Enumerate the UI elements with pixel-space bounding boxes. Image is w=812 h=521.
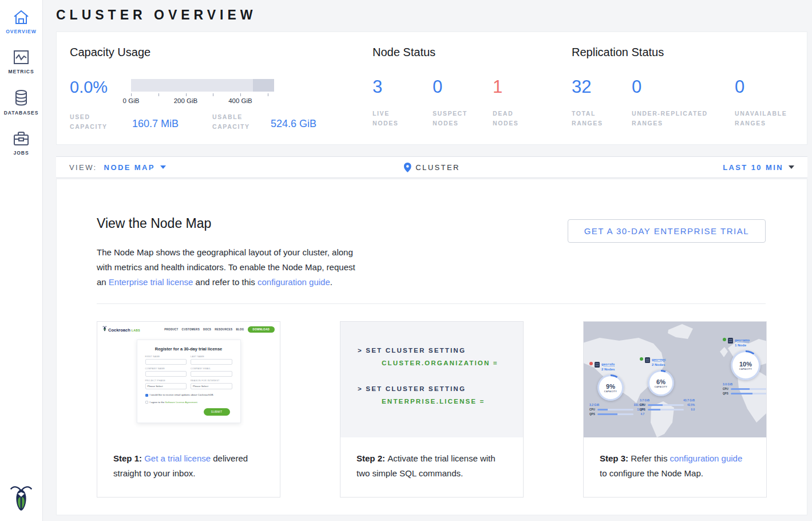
cockroachdb-logo[interactable] bbox=[10, 484, 33, 514]
get-trial-license-link[interactable]: Get a trial license bbox=[144, 453, 211, 463]
locality-node-count: 2 Nodes bbox=[652, 362, 666, 368]
node-icon bbox=[728, 338, 733, 344]
status-dot-warning-icon bbox=[589, 362, 593, 365]
live-nodes-count: 3 bbox=[373, 77, 433, 97]
chevron-down-icon bbox=[160, 165, 166, 169]
jobs-icon bbox=[13, 131, 30, 147]
chevron-down-icon bbox=[789, 165, 794, 169]
home-icon bbox=[13, 9, 30, 25]
mini-nav-item: RESOURCES bbox=[215, 328, 232, 331]
view-value: NODE MAP bbox=[104, 163, 155, 172]
axis-tick-label: 0 GiB bbox=[123, 97, 140, 104]
qps-value: 4.7 bbox=[635, 413, 644, 416]
total-ranges-count: 32 bbox=[572, 77, 632, 97]
node-icon bbox=[645, 357, 650, 363]
capacity-used: 3.7 GiB bbox=[640, 398, 649, 402]
mini-checkbox-checked bbox=[145, 394, 148, 397]
sql-keyword: SET CLUSTER SETTING bbox=[366, 385, 466, 392]
cluster-summary-card: Capacity Usage Node Status Replication S… bbox=[56, 31, 807, 145]
time-range-value: LAST 10 MIN bbox=[723, 163, 783, 172]
under-replicated-ranges-label: UNDER-REPLICATED RANGES bbox=[632, 109, 723, 129]
step2-label: Step 2: bbox=[357, 453, 387, 463]
capacity-used: 3.6 GiB bbox=[723, 382, 732, 386]
cpu-label: CPU bbox=[723, 388, 729, 390]
capacity-usage-title: Capacity Usage bbox=[70, 46, 150, 59]
mini-nav-item: BLOG bbox=[236, 328, 244, 331]
mini-field-label: REASON FOR INTEREST bbox=[191, 380, 232, 382]
mini-field-label: FIRST NAME bbox=[145, 356, 187, 358]
mini-input bbox=[191, 359, 232, 365]
section-divider bbox=[97, 303, 766, 304]
suspect-nodes-count: 0 bbox=[433, 77, 493, 97]
replication-status-stats: 32 TOTAL RANGES 0 UNDER-REPLICATED RANGE… bbox=[572, 77, 809, 129]
mini-register-form: Register for a 30-day trial license FIRS… bbox=[137, 340, 241, 423]
sidebar-item-jobs[interactable]: JOBS bbox=[0, 131, 42, 156]
time-range-dropdown[interactable]: LAST 10 MIN bbox=[723, 163, 794, 172]
mini-field-label: PROJECT PHASE bbox=[145, 380, 187, 382]
sidebar-item-label: DATABASES bbox=[4, 110, 39, 116]
sql-argument: CLUSTER.ORGANIZATION = bbox=[382, 360, 523, 366]
mini-checkbox-label: I agree to the bbox=[150, 401, 165, 404]
node-map-panel: View the Node Map GET A 30-DAY ENTERPRIS… bbox=[56, 179, 807, 515]
enterprise-trial-button[interactable]: GET A 30-DAY ENTERPRISE TRIAL bbox=[568, 219, 766, 243]
sidebar-item-label: METRICS bbox=[8, 69, 34, 74]
step1-label: Step 1: bbox=[113, 453, 144, 463]
mini-select: Please Select bbox=[191, 383, 232, 389]
step3-text: to configure the Node Map. bbox=[600, 468, 703, 478]
mini-field-label: COMPANY EMAIL bbox=[191, 368, 232, 370]
step1-card: Cockroach LABS PRODUCT CUSTOMERS DOCS RE… bbox=[97, 321, 280, 498]
mini-nav-item: CUSTOMERS bbox=[182, 328, 200, 331]
mini-download-button: DOWNLOAD bbox=[248, 326, 275, 333]
sidebar-item-label: JOBS bbox=[13, 150, 29, 156]
configuration-guide-link[interactable]: configuration guide bbox=[258, 277, 330, 287]
view-selector-dropdown[interactable]: VIEW: NODE MAP bbox=[69, 163, 166, 172]
used-capacity-label: USED CAPACITY bbox=[70, 112, 121, 132]
capacity-percent: 9% bbox=[606, 383, 615, 390]
mini-field-label: LAST NAME bbox=[191, 356, 232, 358]
step3-text: Refer this bbox=[631, 453, 670, 463]
step1-caption: Step 1: Get a trial license delivered st… bbox=[97, 437, 280, 481]
sidebar-item-overview[interactable]: OVERVIEW bbox=[0, 9, 42, 34]
main-content: CLUSTER OVERVIEW Capacity Usage Node Sta… bbox=[43, 0, 812, 521]
cluster-breadcrumb: CLUSTER bbox=[403, 163, 460, 172]
configuration-guide-link[interactable]: configuration guide bbox=[670, 453, 743, 463]
sidebar-item-metrics[interactable]: METRICS bbox=[0, 49, 42, 74]
locality-name: geo=ams bbox=[735, 338, 750, 343]
mini-license-link: Software License Agreement. bbox=[165, 401, 198, 404]
step2-sql-snippet: > SET CLUSTER SETTING CLUSTER.ORGANIZATI… bbox=[340, 322, 523, 437]
sql-prompt: > bbox=[358, 347, 363, 354]
locality-name: geo=sfo bbox=[601, 362, 615, 367]
status-dot-healthy-icon bbox=[723, 338, 726, 341]
cpu-label: CPU bbox=[640, 404, 646, 406]
capacity-axis-labels: 0 GiB 200 GiB 400 GiB bbox=[131, 97, 274, 105]
mini-checkbox-label: I would like to receive email updates ab… bbox=[150, 393, 214, 396]
location-pin-icon bbox=[403, 163, 411, 172]
under-replicated-ranges-count: 0 bbox=[632, 77, 735, 97]
mini-logo-suffix: LABS bbox=[132, 329, 140, 332]
axis-tick-label: 400 GiB bbox=[228, 97, 252, 104]
mini-input bbox=[191, 371, 232, 377]
capacity-bar bbox=[131, 79, 274, 92]
axis-tick-label: 200 GiB bbox=[174, 97, 198, 104]
unavailable-ranges-label: UNAVAILABLE RANGES bbox=[735, 109, 795, 129]
capacity-total: 43.7 GiB bbox=[683, 398, 695, 402]
locality-node-count: 2 Nodes bbox=[601, 367, 615, 372]
mini-site-nav: PRODUCT CUSTOMERS DOCS RESOURCES BLOG DO… bbox=[164, 326, 275, 333]
sidebar-item-label: OVERVIEW bbox=[6, 29, 37, 34]
locality-badge-nyc: geo=nyc 2 Nodes 6% CAPACITY 3.7 GiB bbox=[640, 357, 695, 411]
step2-caption: Step 2: Activate the trial license with … bbox=[340, 437, 523, 481]
capacity-donut: 9% CAPACITY bbox=[597, 374, 624, 401]
mini-cockroach-logo: Cockroach LABS bbox=[102, 326, 140, 333]
mini-submit-button: SUBMIT bbox=[204, 408, 230, 416]
metrics-icon bbox=[13, 49, 30, 65]
step1-screenshot: Cockroach LABS PRODUCT CUSTOMERS DOCS RE… bbox=[97, 322, 280, 437]
qps-label: QPS bbox=[640, 408, 646, 411]
step3-node-map-preview: geo=sfo 2 Nodes 9% CAPACITY 3.2 GiB bbox=[584, 322, 766, 437]
sidebar-item-databases[interactable]: DATABASES bbox=[0, 89, 42, 116]
enterprise-trial-license-link[interactable]: Enterprise trial license bbox=[109, 277, 193, 287]
node-map-heading: View the Node Map bbox=[97, 216, 211, 231]
capacity-axis-ticks bbox=[131, 93, 274, 97]
capacity-used-percent: 0.0% bbox=[70, 78, 108, 97]
mini-field-label: COMPANY NAME bbox=[145, 368, 187, 370]
capacity-used: 3.2 GiB bbox=[589, 403, 599, 406]
